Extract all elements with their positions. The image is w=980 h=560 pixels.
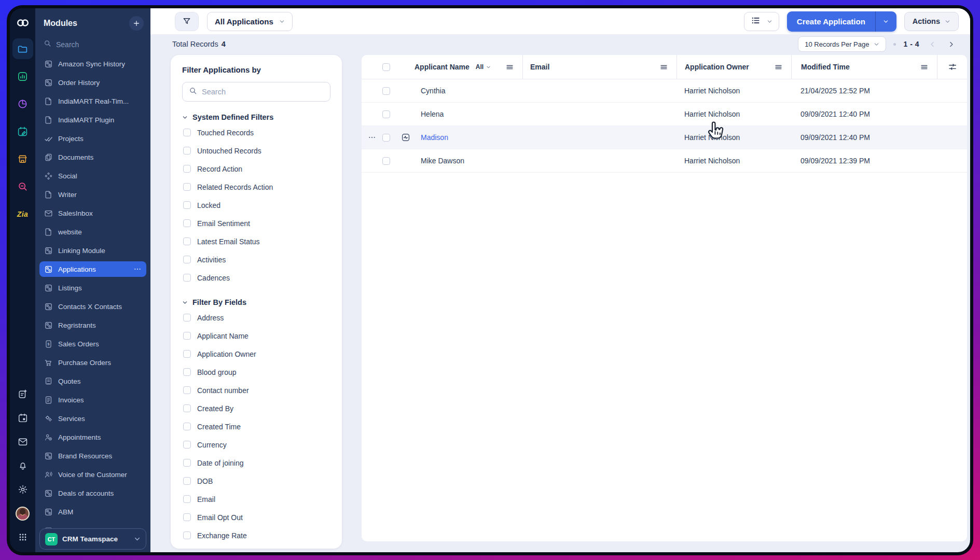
filter-item-cadences[interactable]: Cadences <box>182 269 330 287</box>
module-item-applications[interactable]: Applications <box>39 261 146 277</box>
checkbox[interactable] <box>183 459 191 467</box>
checkbox[interactable] <box>183 165 191 173</box>
module-item-quotes[interactable]: Quotes <box>39 373 146 389</box>
filter-item-applicant-name[interactable]: Applicant Name <box>182 327 330 345</box>
applicant-name-filter-dropdown[interactable]: All <box>476 63 491 71</box>
checkbox[interactable] <box>183 332 191 340</box>
module-item-appointments[interactable]: Appointments <box>39 429 146 445</box>
filter-item-email-sentiment[interactable]: Email Sentiment <box>182 214 330 232</box>
module-item-indiamart-real-tim[interactable]: IndiaMART Real-Tim... <box>39 93 146 109</box>
module-item-brand-resources[interactable]: Brand Resources <box>39 448 146 464</box>
activity-timeline-icon[interactable] <box>401 133 420 142</box>
module-item-listings[interactable]: Listings <box>39 280 146 296</box>
column-header-application-owner[interactable]: Application Owner <box>677 55 791 79</box>
checkbox[interactable] <box>183 477 191 485</box>
filter-item-dob[interactable]: DOB <box>182 472 330 490</box>
list-view-dropdown[interactable]: All Applications <box>207 12 293 31</box>
filter-item-blood-group[interactable]: Blood group <box>182 363 330 381</box>
module-item-indiamart-plugin[interactable]: IndiaMART Plugin <box>39 112 146 128</box>
module-item-sales-orders[interactable]: $Sales Orders <box>39 336 146 352</box>
zia-icon[interactable]: Zia <box>12 200 34 228</box>
bell-icon[interactable] <box>12 454 34 478</box>
checkbox[interactable] <box>183 274 191 282</box>
applicant-name-cell[interactable]: Mike Dawson <box>420 157 522 165</box>
module-item-deals-of-accounts[interactable]: Deals of accounts <box>39 485 146 501</box>
filter-item-created-time[interactable]: Created Time <box>182 417 330 436</box>
view-mode-button[interactable] <box>744 12 779 31</box>
column-header-email[interactable]: Email <box>522 55 677 79</box>
pagination-next-button[interactable] <box>945 38 957 50</box>
row-checkbox[interactable] <box>382 157 390 165</box>
filter-search[interactable] <box>182 82 330 102</box>
module-item-order-history[interactable]: Order History <box>39 75 146 90</box>
filter-item-record-action[interactable]: Record Action <box>182 160 330 178</box>
row-checkbox[interactable] <box>382 87 390 95</box>
module-item-documents[interactable]: Documents <box>39 149 146 165</box>
create-application-dropdown[interactable] <box>875 11 896 32</box>
module-item-writer[interactable]: Writer <box>39 187 146 202</box>
row-checkbox[interactable] <box>382 134 390 142</box>
checkbox[interactable] <box>183 129 191 136</box>
table-row-madison[interactable]: MadisonHarriet Nicholson09/09/2021 12:40… <box>362 126 967 149</box>
checkbox[interactable] <box>183 314 191 321</box>
filter-item-currency[interactable]: Currency <box>182 436 330 454</box>
module-item-projects[interactable]: Projects <box>39 131 146 146</box>
column-menu-icon[interactable] <box>920 63 929 72</box>
checkbox[interactable] <box>183 404 191 412</box>
column-menu-icon[interactable] <box>505 63 514 72</box>
filter-item-activities[interactable]: Activities <box>182 250 330 269</box>
module-item-abm[interactable]: ABM <box>39 504 146 520</box>
table-row-cynthia[interactable]: CynthiaHarriet Nicholson21/04/2025 12:52… <box>362 79 967 103</box>
app-grid-icon[interactable] <box>12 525 34 549</box>
module-item-services[interactable]: Services <box>39 411 146 426</box>
filter-item-address[interactable]: Address <box>182 309 330 327</box>
actions-button[interactable]: Actions <box>904 12 959 31</box>
teamspace-switcher[interactable]: CT CRM Teamspace <box>39 528 146 550</box>
table-row-helena[interactable]: HelenaHarriet Nicholson09/09/2021 12:40 … <box>362 103 967 126</box>
filter-item-application-owner[interactable]: Application Owner <box>182 345 330 363</box>
filter-item-locked[interactable]: Locked <box>182 196 330 214</box>
module-item-social[interactable]: Social <box>39 168 146 184</box>
row-options-icon[interactable] <box>362 133 382 142</box>
module-item-linking-module[interactable]: Linking Module <box>39 243 146 258</box>
gear-icon[interactable] <box>12 478 34 501</box>
folder-icon[interactable] <box>12 38 33 59</box>
module-item-amazon-sync-history[interactable]: Amazon Sync History <box>39 56 146 72</box>
calendar-icon[interactable] <box>12 406 34 430</box>
checkbox[interactable] <box>183 350 191 358</box>
calendar-edit-icon[interactable] <box>12 118 34 145</box>
applicant-name-cell[interactable]: Cynthia <box>420 87 522 95</box>
filter-item-exchange-rate[interactable]: Exchange Rate <box>182 526 330 544</box>
column-header-modified-time[interactable]: Modified Time <box>791 55 937 79</box>
checkbox[interactable] <box>183 237 191 245</box>
table-row-mike-dawson[interactable]: Mike DawsonHarriet Nicholson09/09/2021 1… <box>362 149 967 173</box>
checkbox[interactable] <box>183 423 191 430</box>
filter-section-system-defined-filters[interactable]: System Defined Filters <box>182 113 330 121</box>
module-item-salesinbox[interactable]: SalesInbox <box>39 205 146 221</box>
filter-item-date-of-joining[interactable]: Date of joining <box>182 454 330 472</box>
applicant-name-cell[interactable]: Madison <box>420 133 522 142</box>
column-settings-icon[interactable] <box>937 55 967 79</box>
checkbox[interactable] <box>183 256 191 263</box>
filter-section-filter-by-fields[interactable]: Filter By Fields <box>182 298 330 306</box>
checkbox[interactable] <box>183 513 191 521</box>
filter-item-contact-number[interactable]: Contact number <box>182 381 330 399</box>
checkbox[interactable] <box>183 531 191 539</box>
row-checkbox[interactable] <box>382 110 390 118</box>
checkbox[interactable] <box>183 183 191 191</box>
filter-item-untouched-records[interactable]: Untouched Records <box>182 142 330 160</box>
applicant-name-cell[interactable]: Helena <box>420 110 522 118</box>
mail-icon[interactable] <box>12 430 34 454</box>
module-options-icon[interactable] <box>133 265 142 273</box>
filter-item-touched-records[interactable]: Touched Records <box>182 123 330 142</box>
module-item-invoices[interactable]: Invoices <box>39 392 146 408</box>
module-item-regristrants[interactable]: Regristrants <box>39 317 146 333</box>
checkbox[interactable] <box>183 368 191 376</box>
module-item-website[interactable]: website <box>39 224 146 240</box>
filter-item-related-records-action[interactable]: Related Records Action <box>182 178 330 196</box>
checkbox[interactable] <box>183 386 191 394</box>
checkbox[interactable] <box>183 219 191 227</box>
avatar[interactable] <box>12 501 34 525</box>
column-header-applicant-name[interactable]: Applicant Name All <box>401 55 522 79</box>
select-all-checkbox[interactable] <box>382 63 390 71</box>
